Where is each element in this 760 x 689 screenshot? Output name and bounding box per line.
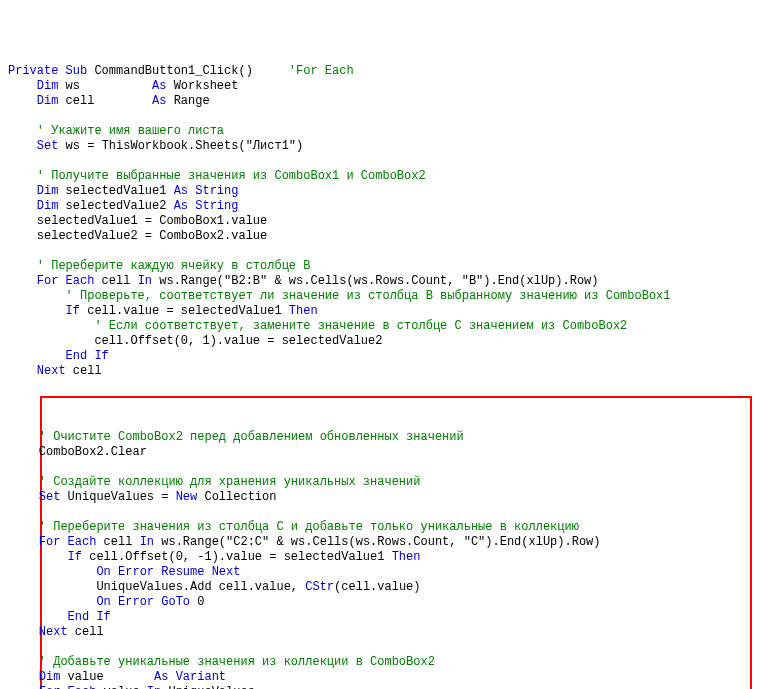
keyword: Then bbox=[289, 304, 318, 318]
code-line: On Error Resume Next bbox=[10, 565, 750, 580]
keyword: As bbox=[152, 94, 166, 108]
comment: ' Переберите каждую ячейку в столбце B bbox=[37, 259, 311, 273]
comment: ' Проверьте, соответствует ли значение и… bbox=[66, 289, 671, 303]
code-line: selectedValue2 = ComboBox2.value bbox=[8, 229, 752, 244]
keyword: End If bbox=[66, 349, 109, 363]
code-line: For Each cell In ws.Range("B2:B" & ws.Ce… bbox=[8, 274, 752, 289]
keyword: Private Sub bbox=[8, 64, 87, 78]
highlighted-code-block: ' Очистите ComboBox2 перед добавлением о… bbox=[40, 396, 752, 689]
keyword: If bbox=[68, 550, 82, 564]
code-line: For Each value In UniqueValues bbox=[10, 685, 750, 689]
keyword: CStr bbox=[305, 580, 334, 594]
code-line bbox=[10, 460, 750, 475]
keyword: End If bbox=[68, 610, 111, 624]
keyword: On Error Resume Next bbox=[96, 565, 240, 579]
keyword: Next bbox=[39, 625, 68, 639]
code-line: ' Переберите значения из столбца C и доб… bbox=[10, 520, 750, 535]
comment: ' Если соответствует, замените значение … bbox=[94, 319, 627, 333]
code-line: ' Получите выбранные значения из ComboBo… bbox=[8, 169, 752, 184]
comment: ' Очистите ComboBox2 перед добавлением о… bbox=[39, 430, 464, 444]
keyword: If bbox=[66, 304, 80, 318]
keyword: Set bbox=[39, 490, 61, 504]
comment: ' Добавьте уникальные значения из коллек… bbox=[39, 655, 435, 669]
comment: ' Переберите значения из столбца C и доб… bbox=[39, 520, 579, 534]
keyword: In bbox=[140, 535, 154, 549]
code-line: Dim value As Variant bbox=[10, 670, 750, 685]
code-line: ' Переберите каждую ячейку в столбце B bbox=[8, 259, 752, 274]
keyword: New bbox=[176, 490, 198, 504]
code-line bbox=[8, 244, 752, 259]
keyword: On Error GoTo bbox=[96, 595, 190, 609]
code-line: Set UniqueValues = New Collection bbox=[10, 490, 750, 505]
code-line: For Each cell In ws.Range("C2:C" & ws.Ce… bbox=[10, 535, 750, 550]
code-line: Private Sub CommandButton1_Click() 'For … bbox=[8, 64, 752, 79]
comment: ' Укажите имя вашего листа bbox=[37, 124, 224, 138]
keyword: In bbox=[138, 274, 152, 288]
code-line: Set ws = ThisWorkbook.Sheets("Лист1") bbox=[8, 139, 752, 154]
code-line: ' Если соответствует, замените значение … bbox=[8, 319, 752, 334]
code-line: ' Создайте коллекцию для хранения уникал… bbox=[10, 475, 750, 490]
keyword: Dim bbox=[37, 184, 59, 198]
code-line: Next cell bbox=[8, 364, 752, 379]
keyword: For Each bbox=[39, 535, 97, 549]
keyword: Dim bbox=[37, 199, 59, 213]
code-line bbox=[8, 154, 752, 169]
code-line: ' Добавьте уникальные значения из коллек… bbox=[10, 655, 750, 670]
keyword: Dim bbox=[37, 79, 59, 93]
keyword: Set bbox=[37, 139, 59, 153]
code-line bbox=[8, 109, 752, 124]
code-line: Dim selectedValue2 As String bbox=[8, 199, 752, 214]
comment: ' Создайте коллекцию для хранения уникал… bbox=[39, 475, 421, 489]
code-line: If cell.Offset(0, -1).value = selectedVa… bbox=[10, 550, 750, 565]
code-line: ComboBox2.Clear bbox=[10, 445, 750, 460]
keyword: Dim bbox=[39, 670, 61, 684]
code-line: UniqueValues.Add cell.value, CStr(cell.v… bbox=[10, 580, 750, 595]
keyword: Then bbox=[392, 550, 421, 564]
code-line: Dim selectedValue1 As String bbox=[8, 184, 752, 199]
keyword: As String bbox=[174, 199, 239, 213]
code-line: On Error GoTo 0 bbox=[10, 595, 750, 610]
keyword: As Variant bbox=[154, 670, 226, 684]
keyword: In bbox=[147, 685, 161, 689]
code-line: ' Укажите имя вашего листа bbox=[8, 124, 752, 139]
code-block-top: Private Sub CommandButton1_Click() 'For … bbox=[8, 64, 752, 379]
comment: ' Получите выбранные значения из ComboBo… bbox=[37, 169, 426, 183]
code-line: Dim cell As Range bbox=[8, 94, 752, 109]
keyword: Next bbox=[37, 364, 66, 378]
code-line: End If bbox=[10, 610, 750, 625]
keyword: Dim bbox=[37, 94, 59, 108]
code-line: Dim ws As Worksheet bbox=[8, 79, 752, 94]
keyword: As String bbox=[174, 184, 239, 198]
keyword: For Each bbox=[39, 685, 97, 689]
code-line: ' Проверьте, соответствует ли значение и… bbox=[8, 289, 752, 304]
keyword: As bbox=[152, 79, 166, 93]
code-line: ' Очистите ComboBox2 перед добавлением о… bbox=[10, 430, 750, 445]
keyword: For Each bbox=[37, 274, 95, 288]
code-line: If cell.value = selectedValue1 Then bbox=[8, 304, 752, 319]
code-line: selectedValue1 = ComboBox1.value bbox=[8, 214, 752, 229]
code-line bbox=[10, 505, 750, 520]
comment: 'For Each bbox=[289, 64, 354, 78]
code-line: End If bbox=[8, 349, 752, 364]
code-line: cell.Offset(0, 1).value = selectedValue2 bbox=[8, 334, 752, 349]
code-line: Next cell bbox=[10, 625, 750, 640]
code-line bbox=[10, 640, 750, 655]
